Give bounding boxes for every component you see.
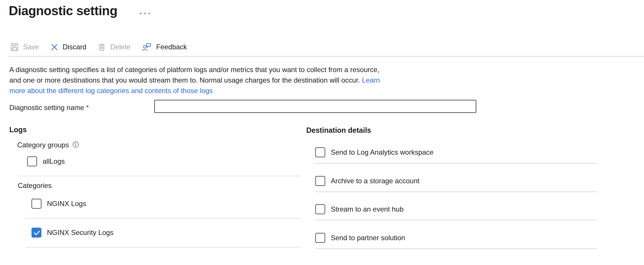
save-label: Save [23,43,39,51]
alllogs-checkbox[interactable] [27,156,37,166]
stream-to-event-hub-checkbox[interactable] [315,204,325,214]
feedback-button[interactable]: Feedback [141,42,187,52]
archive-to-storage-checkbox[interactable] [315,176,325,186]
send-to-log-analytics-label: Send to Log Analytics workspace [331,147,433,157]
learn-more-link[interactable]: Learn [362,76,380,84]
info-icon[interactable] [72,141,79,149]
divider [315,191,597,192]
destination-details-section: Destination details Send to Log Analytic… [306,125,601,259]
archive-to-storage-label: Archive to a storage account [331,176,419,186]
description-line-2: and one or more destinations that you wo… [9,75,380,86]
discard-label: Discard [63,43,86,51]
feedback-label: Feedback [156,43,187,51]
command-bar: Save Discard Delete [10,40,198,54]
divider [315,248,597,249]
description-line-2-text: and one or more destinations that you wo… [9,76,360,84]
send-to-partner-checkbox[interactable] [315,233,325,243]
nginx-logs-label: NGINX Logs [47,199,86,209]
send-to-partner-row: Send to partner solution [315,233,405,243]
stream-to-event-hub-label: Stream to an event hub [331,204,404,214]
nginx-security-logs-row: NGINX Security Logs [32,228,113,238]
category-groups-row: Category groups [17,141,79,149]
send-to-partner-label: Send to partner solution [331,233,405,243]
description-line-3: more about the different log categories … [9,86,380,96]
category-groups-label: Category groups [17,141,69,149]
diagnostic-setting-page: Diagnostic setting ··· Save Discard [0,0,644,265]
delete-button[interactable]: Delete [97,43,130,52]
send-to-log-analytics-checkbox[interactable] [315,147,325,157]
categories-label: Categories [18,182,52,190]
save-icon [10,43,19,52]
divider [315,220,597,220]
description-text: A diagnostic setting specifies a list of… [9,64,380,96]
required-asterisk: * [86,104,89,111]
discard-button[interactable]: Discard [50,43,86,51]
name-label-text: Diagnostic setting name [9,104,84,111]
nginx-logs-checkbox[interactable] [32,199,41,209]
description-line-1: A diagnostic setting specifies a list of… [9,64,380,75]
toolbar-divider [9,56,644,57]
alllogs-label: allLogs [43,156,65,166]
diagnostic-setting-name-label: Diagnostic setting name* [9,104,89,112]
feedback-person-icon [141,42,152,52]
more-options-ellipsis-icon[interactable]: ··· [139,7,152,18]
nginx-security-logs-label: NGINX Security Logs [47,228,113,238]
stream-to-event-hub-row: Stream to an event hub [315,204,404,214]
diagnostic-setting-name-input[interactable] [154,100,476,113]
learn-more-link-continued[interactable]: more about the different log categories … [9,87,213,95]
send-to-log-analytics-row: Send to Log Analytics workspace [315,147,433,157]
destination-details-heading: Destination details [306,126,371,135]
save-button[interactable]: Save [10,43,39,52]
alllogs-row: allLogs [27,156,65,166]
delete-label: Delete [110,43,130,51]
divider [315,163,597,164]
logs-section: Logs Category groups allLogs Categories … [9,125,301,259]
divider [26,247,301,248]
divider [18,176,301,176]
nginx-logs-row: NGINX Logs [32,199,86,209]
page-title: Diagnostic setting [9,4,117,18]
trash-icon [97,43,106,52]
discard-x-icon [50,43,59,51]
archive-to-storage-row: Archive to a storage account [315,176,419,186]
divider [26,218,301,219]
nginx-security-logs-checkbox[interactable] [32,228,41,238]
logs-heading: Logs [9,125,27,134]
